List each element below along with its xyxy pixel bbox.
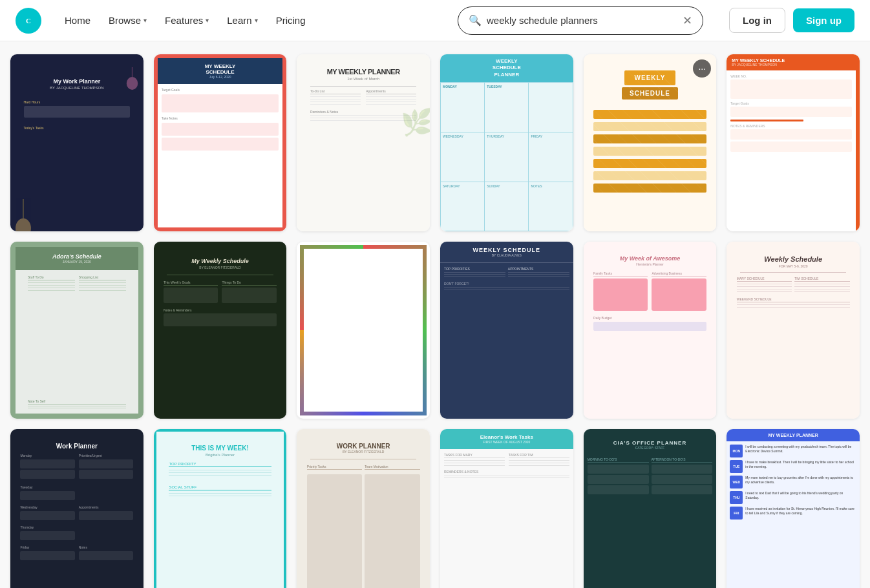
- template-card-3[interactable]: MY WEEKLY PLANNER 1st Week of March To-D…: [297, 54, 430, 231]
- signup-button[interactable]: Sign up: [793, 8, 854, 32]
- template-card-11[interactable]: My Week of Awesome Henriette's Planner F…: [584, 242, 717, 419]
- template-card-12[interactable]: Weekly Schedule FOR MAY 5-6, 2020 MARY S…: [727, 242, 860, 419]
- nav-pricing[interactable]: Pricing: [268, 10, 313, 31]
- template-card-14[interactable]: THIS IS MY WEEK! Brigitte's Planner TOP …: [154, 429, 287, 588]
- features-chevron-icon: ▾: [206, 17, 209, 24]
- template-card-8[interactable]: My Weekly Schedule BY ELEANOR FITZGERALD…: [154, 242, 287, 419]
- nav-features[interactable]: Features ▾: [157, 10, 217, 31]
- login-button[interactable]: Log in: [729, 8, 785, 33]
- template-card-1[interactable]: My Work Planner BY JACQUELINE THOMPSON H…: [10, 54, 143, 231]
- template-card-16[interactable]: Eleanor's Work Tasks FIRST WEEK OF AUGUS…: [440, 429, 573, 588]
- search-bar: 🔍 ✕: [458, 6, 703, 35]
- template-grid: My Work Planner BY JACQUELINE THOMPSON H…: [10, 54, 860, 588]
- template-card-13[interactable]: Work Planner Monday Priorities/Urgent: [10, 429, 143, 588]
- nav-browse[interactable]: Browse ▾: [101, 10, 154, 31]
- svg-point-4: [126, 77, 138, 90]
- main-content: My Work Planner BY JACQUELINE THOMPSON H…: [0, 41, 870, 588]
- svg-text:C: C: [26, 16, 31, 24]
- browse-chevron-icon: ▾: [143, 17, 147, 24]
- learn-chevron-icon: ▾: [255, 17, 258, 24]
- template-card-15[interactable]: WORK PLANNER BY ELEANOR FITZGERALD Prior…: [297, 429, 430, 588]
- template-card-7[interactable]: Adora's Schedule JANUARY 15, 2020 Stuff …: [10, 242, 143, 419]
- clear-search-button[interactable]: ✕: [683, 14, 692, 28]
- template-card-6[interactable]: MY WEEKLY SCHEDULE BY JACQUELINE THOMPSO…: [727, 54, 860, 231]
- svg-point-2: [16, 218, 31, 231]
- search-input[interactable]: [487, 15, 677, 26]
- template-card-9[interactable]: Weekly Schedule sun. mon. tues. wed. thu…: [297, 242, 430, 419]
- header-actions: Log in Sign up: [729, 8, 854, 33]
- template-card-10[interactable]: WEEKLY SCHEDULE BY CLAUDIA ALVES TOP PRI…: [440, 242, 573, 419]
- nav-learn[interactable]: Learn ▾: [219, 10, 265, 31]
- template-card-4[interactable]: WEEKLY SCHEDULE PLANNER MONDAY TUESDAY W…: [440, 54, 573, 231]
- template-card-17[interactable]: CIA'S OFFICE PLANNER CATEGORY: STAFF MOR…: [584, 429, 717, 588]
- main-nav: Home Browse ▾ Features ▾ Learn ▾ Pricing: [57, 10, 313, 31]
- template-card-5[interactable]: WEEKLY SCHEDULE ···: [584, 54, 717, 231]
- main-header: C Home Browse ▾ Features ▾ Learn ▾ Prici…: [0, 0, 870, 41]
- search-icon: 🔍: [469, 14, 482, 26]
- template-card-2[interactable]: MY WEEKLY SCHEDULE July 6-12, 2020 Targe…: [154, 54, 287, 231]
- template-card-18[interactable]: MY WEEKLY PLANNER MON I will be conducti…: [727, 429, 860, 588]
- canva-logo[interactable]: C: [16, 8, 41, 34]
- nav-home[interactable]: Home: [57, 10, 98, 31]
